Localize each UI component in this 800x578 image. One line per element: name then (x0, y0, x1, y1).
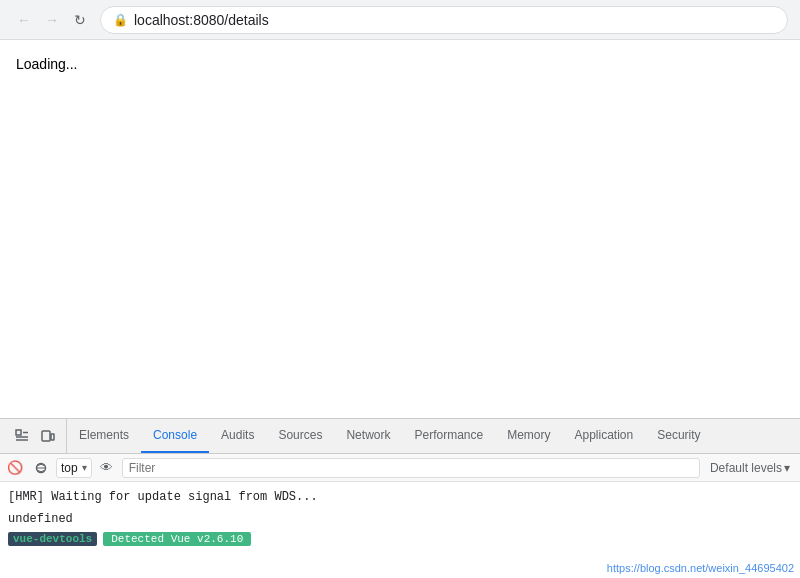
watermark: https://blog.csdn.net/weixin_44695402 (607, 562, 794, 574)
browser-chrome: ← → ↻ 🔒 localhost:8080/details (0, 0, 800, 40)
context-arrow-icon: ▾ (82, 462, 87, 473)
vue-devtools-line: vue-devtools Detected Vue v2.6.10 (0, 530, 800, 548)
tab-application[interactable]: Application (563, 419, 646, 453)
devtools-icon-group (4, 419, 67, 453)
loading-text: Loading... (16, 56, 78, 72)
console-line-undefined: undefined (0, 508, 800, 530)
devtools-toolbar: 🚫 top ▾ 👁 Default levels ▾ (0, 454, 800, 482)
tab-memory[interactable]: Memory (495, 419, 562, 453)
context-selector[interactable]: top ▾ (56, 458, 92, 478)
tab-sources[interactable]: Sources (266, 419, 334, 453)
device-toggle-button[interactable] (36, 424, 60, 448)
vue-devtools-badge: vue-devtools (8, 532, 97, 546)
console-line-hmr: [HMR] Waiting for update signal from WDS… (0, 486, 800, 508)
back-button[interactable]: ← (12, 8, 36, 32)
eye-button[interactable]: 👁 (96, 457, 118, 479)
forward-button[interactable]: → (40, 8, 64, 32)
tab-performance[interactable]: Performance (402, 419, 495, 453)
lock-icon: 🔒 (113, 13, 128, 27)
tab-audits[interactable]: Audits (209, 419, 266, 453)
console-settings-button[interactable] (30, 457, 52, 479)
svg-rect-5 (51, 434, 54, 440)
clear-console-button[interactable]: 🚫 (4, 457, 26, 479)
tab-network[interactable]: Network (334, 419, 402, 453)
tab-elements[interactable]: Elements (67, 419, 141, 453)
default-levels-label: Default levels (710, 461, 782, 475)
tab-console[interactable]: Console (141, 419, 209, 453)
svg-rect-0 (16, 430, 21, 435)
devtools-panel: Elements Console Audits Sources Network … (0, 418, 800, 578)
reload-button[interactable]: ↻ (68, 8, 92, 32)
devtools-tabs: Elements Console Audits Sources Network … (0, 419, 800, 454)
vue-detected-badge: Detected Vue v2.6.10 (103, 532, 251, 546)
default-levels-arrow-icon: ▾ (784, 461, 790, 475)
inspect-element-button[interactable] (10, 424, 34, 448)
page-content: Loading... (0, 40, 800, 418)
filter-input[interactable] (122, 458, 700, 478)
context-value: top (61, 461, 78, 475)
default-levels-dropdown[interactable]: Default levels ▾ (704, 459, 796, 477)
address-bar[interactable]: 🔒 localhost:8080/details (100, 6, 788, 34)
tab-security[interactable]: Security (645, 419, 712, 453)
nav-buttons: ← → ↻ (12, 8, 92, 32)
svg-rect-4 (42, 431, 50, 441)
url-text: localhost:8080/details (134, 12, 269, 28)
